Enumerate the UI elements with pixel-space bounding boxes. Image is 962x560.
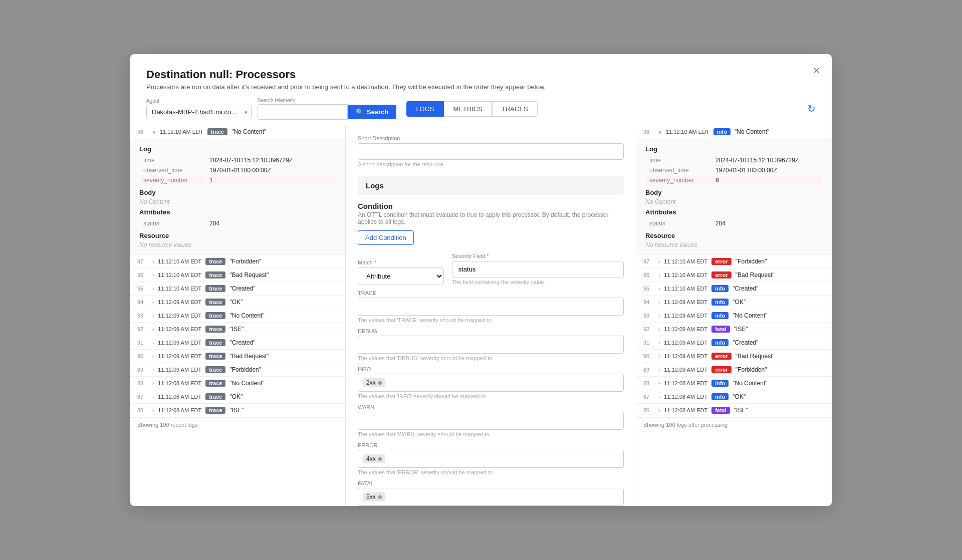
sev-tag-5xx: 5xx ⊗ — [363, 492, 385, 501]
log-row-88[interactable]: 88›11:12:08 AM EDTtrace"No Content" — [130, 377, 345, 390]
sev-hint-info: The values that 'INFO' severity should b… — [358, 393, 624, 399]
search-button[interactable]: 🔍 Search — [348, 105, 396, 119]
severity-field-label: Severity Field * — [452, 253, 624, 259]
search-btn-label: Search — [367, 108, 388, 116]
log-row-r94[interactable]: 94›11:12:09 AM EDTinfo"OK" — [636, 296, 832, 309]
table-row: time2024-07-10T15:12:10.396729Z — [646, 156, 822, 165]
list-item: 97›11:12:10 AM EDTtrace"Forbidden" — [130, 255, 345, 268]
match-row: Match * Attribute Body Resource Severity… — [358, 253, 624, 285]
log-table: time2024-07-10T15:12:10.396729Z observed… — [139, 155, 336, 186]
sev-input-info[interactable]: 2xx ⊗ — [358, 374, 624, 392]
modal-subtitle: Processors are run on data after it's re… — [146, 83, 816, 91]
sev-tag-2xx: 2xx ⊗ — [363, 378, 385, 387]
sev-label-info: INFO — [358, 366, 624, 372]
list-item: 96›11:12:10 AM EDTtrace"Bad Request" — [130, 268, 345, 282]
processors-modal: Destination null: Processors Processors … — [130, 54, 832, 506]
sev-hint-debug: The values that 'DEBUG' severity should … — [358, 355, 624, 361]
log-section-title: Log — [139, 145, 336, 153]
list-item: 98 ∨ 11:12:10 AM EDT info "No Content" L… — [636, 125, 832, 255]
severity-field-input[interactable] — [452, 261, 624, 277]
condition-title: Condition — [358, 202, 624, 210]
close-button[interactable]: × — [813, 64, 820, 77]
showing-label: Showing 100 recent logs — [130, 417, 345, 432]
log-row-r89[interactable]: 89›11:12:09 AM EDTerror"Forbidden" — [636, 363, 832, 376]
search-icon: 🔍 — [356, 108, 364, 116]
log-row-r97[interactable]: 97›11:12:10 AM EDTerror"Forbidden" — [636, 255, 832, 268]
log-row-r91[interactable]: 91›11:12:09 AM EDTinfo"Created" — [636, 336, 832, 349]
severity-field-hint: The field containing the severity value. — [452, 279, 624, 285]
refresh-button[interactable]: ↻ — [807, 103, 816, 115]
log-time: 11:12:10 AM EDT — [160, 129, 203, 135]
sev-input-error[interactable]: 4xx ⊗ — [358, 450, 624, 468]
log-row-93[interactable]: 93›11:12:09 AM EDTtrace"No Content" — [130, 309, 345, 322]
sev-label-debug: DEBUG — [358, 328, 624, 334]
log-row-r90[interactable]: 90›11:12:09 AM EDTerror"Bad Request" — [636, 350, 832, 363]
log-message: "No Content" — [231, 128, 266, 135]
log-row-r95[interactable]: 95›11:12:10 AM EDTinfo"Created" — [636, 282, 832, 295]
add-condition-button[interactable]: Add Condition — [358, 230, 414, 245]
log-row-r96[interactable]: 96›11:12:10 AM EDTerror"Bad Request" — [636, 268, 832, 282]
list-item: 90›11:12:09 AM EDTerror"Bad Request" — [636, 350, 832, 363]
log-row-86[interactable]: 86›11:12:08 AM EDTtrace"ISE" — [130, 404, 345, 417]
attributes-table: status204 — [139, 218, 336, 229]
list-item: 86›11:12:08 AM EDTtrace"ISE" — [130, 404, 345, 417]
log-row-87[interactable]: 87›11:12:08 AM EDTtrace"OK" — [130, 390, 345, 403]
tab-logs[interactable]: LOGS — [406, 101, 443, 117]
log-row-91[interactable]: 91›11:12:09 AM EDTtrace"Created" — [130, 336, 345, 349]
log-row-97[interactable]: 97›11:12:10 AM EDTtrace"Forbidden" — [130, 255, 345, 268]
sev-input-trace[interactable] — [358, 298, 624, 316]
short-description-hint: A short description for the resource — [358, 161, 624, 167]
list-item: 98 ∨ 11:12:10 AM EDT trace "No Content" … — [130, 125, 345, 255]
toolbar: Agent Dakotas-MBP-2.hsd1.mi.co... Search… — [130, 91, 832, 125]
log-row-92[interactable]: 92›11:12:09 AM EDTtrace"ISE" — [130, 323, 345, 336]
remove-5xx-icon[interactable]: ⊗ — [378, 494, 382, 500]
table-row: observed_time1970-01-01T00:00:00Z — [140, 166, 335, 175]
severity-map-section: TRACE The values that 'TRACE' severity s… — [358, 290, 624, 506]
resource-section-title: Resource — [139, 232, 336, 239]
remove-4xx-icon[interactable]: ⊗ — [378, 456, 382, 462]
list-item: 88›11:12:08 AM EDTinfo"No Content" — [636, 377, 832, 390]
sev-hint-trace: The values that 'TRACE' severity should … — [358, 317, 624, 323]
modal-title: Destination null: Processors — [146, 68, 816, 81]
match-select-wrap[interactable]: Attribute Body Resource — [358, 267, 444, 285]
log-row-r98[interactable]: 98 ∨ 11:12:10 AM EDT info "No Content" — [636, 125, 832, 138]
list-item: 95›11:12:10 AM EDTtrace"Created" — [130, 282, 345, 296]
log-row-95[interactable]: 95›11:12:10 AM EDTtrace"Created" — [130, 282, 345, 295]
sev-row-fatal: FATAL 5xx ⊗ The values that 'FATAL' seve… — [358, 480, 624, 506]
match-select[interactable]: Attribute Body Resource — [358, 267, 444, 285]
log-row-96[interactable]: 96›11:12:10 AM EDTtrace"Bad Request" — [130, 268, 345, 282]
log-row-r86[interactable]: 86›11:12:08 AM EDTfatal"ISE" — [636, 404, 832, 417]
resource-value: No resource values — [139, 241, 336, 248]
log-row-r87[interactable]: 87›11:12:08 AM EDTinfo"OK" — [636, 390, 832, 403]
sev-input-warn[interactable] — [358, 412, 624, 430]
sev-row-trace: TRACE The values that 'TRACE' severity s… — [358, 290, 624, 323]
list-item: 96›11:12:10 AM EDTerror"Bad Request" — [636, 268, 832, 282]
log-row-r92[interactable]: 92›11:12:09 AM EDTfatal"ISE" — [636, 323, 832, 336]
log-row-r93[interactable]: 93›11:12:09 AM EDTinfo"No Content" — [636, 309, 832, 322]
search-input[interactable] — [258, 104, 348, 120]
log-row-94[interactable]: 94›11:12:09 AM EDTtrace"OK" — [130, 296, 345, 309]
sev-input-debug[interactable] — [358, 336, 624, 354]
list-item: 86›11:12:08 AM EDTfatal"ISE" — [636, 404, 832, 417]
log-row-98[interactable]: 98 ∨ 11:12:10 AM EDT trace "No Content" — [130, 125, 345, 138]
agent-select-wrap[interactable]: Dakotas-MBP-2.hsd1.mi.co... — [146, 105, 252, 119]
list-item: 92›11:12:09 AM EDTtrace"ISE" — [130, 323, 345, 336]
tab-metrics[interactable]: METRICS — [444, 101, 493, 117]
table-row: status204 — [646, 219, 822, 228]
right-panel: 98 ∨ 11:12:10 AM EDT info "No Content" L… — [636, 125, 832, 506]
sev-row-warn: WARN The values that 'WARN' severity sho… — [358, 404, 624, 437]
sev-hint-warn: The values that 'WARN' severity should b… — [358, 431, 624, 437]
log-row-90[interactable]: 90›11:12:09 AM EDTtrace"Bad Request" — [130, 350, 345, 363]
log-row-89[interactable]: 89›11:12:09 AM EDTtrace"Forbidden" — [130, 363, 345, 376]
sev-input-fatal[interactable]: 5xx ⊗ — [358, 488, 624, 506]
short-description-input[interactable] — [358, 143, 624, 160]
remove-2xx-icon[interactable]: ⊗ — [378, 380, 382, 386]
badge: info — [713, 128, 731, 135]
tab-traces[interactable]: TRACES — [492, 101, 538, 117]
chevron-down-icon: ∨ — [152, 129, 156, 135]
agent-select[interactable]: Dakotas-MBP-2.hsd1.mi.co... — [146, 105, 252, 119]
list-item: 93›11:12:09 AM EDTinfo"No Content" — [636, 309, 832, 323]
list-item: 92›11:12:09 AM EDTfatal"ISE" — [636, 323, 832, 336]
sev-row-info: INFO 2xx ⊗ The values that 'INFO' severi… — [358, 366, 624, 399]
log-row-r88[interactable]: 88›11:12:08 AM EDTinfo"No Content" — [636, 377, 832, 390]
